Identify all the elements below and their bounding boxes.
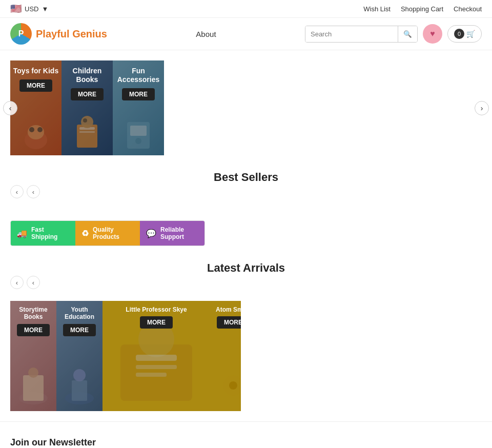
category-more-accessories[interactable]: MORE bbox=[122, 88, 155, 100]
category-card-accessories: Fun Accessories MORE bbox=[113, 60, 164, 155]
best-sellers-title: Best Sellers bbox=[10, 171, 482, 184]
category-section: ‹ Toys for Kids MORE bbox=[10, 60, 482, 155]
cart-count: 0 bbox=[454, 29, 464, 39]
category-title-books: Children Books bbox=[61, 67, 113, 84]
best-sellers-next[interactable]: ‹ bbox=[27, 185, 40, 198]
cart-icon: 🛒 bbox=[466, 30, 475, 38]
header: Playful Genius About 🔍 ♥ 0 🛒 bbox=[0, 18, 492, 50]
latest-arrivals-title: Latest Arrivals bbox=[10, 261, 482, 275]
category-more-books[interactable]: MORE bbox=[71, 88, 104, 100]
atom-more[interactable]: MORE bbox=[217, 316, 241, 329]
storytime-overlay: Storytime Books MORE bbox=[10, 301, 56, 411]
quality-label: Quality Products bbox=[93, 226, 134, 240]
flag-icon: 🇺🇸 bbox=[10, 3, 22, 14]
category-title-accessories: Fun Accessories bbox=[113, 67, 164, 84]
category-prev-arrow[interactable]: ‹ bbox=[3, 101, 17, 115]
search-button[interactable]: 🔍 bbox=[398, 26, 417, 42]
atom-overlay: Atom Smart MORE bbox=[210, 301, 241, 411]
latest-slider-container: Storytime Books MORE Youth Education bbox=[10, 301, 482, 411]
search-box: 🔍 bbox=[305, 26, 418, 43]
topbar: 🇺🇸 USD ▼ Wish List Shopping Cart Checkou… bbox=[0, 0, 492, 18]
main-content: ‹ Toys for Kids MORE bbox=[0, 50, 492, 421]
search-icon: 🔍 bbox=[403, 30, 412, 38]
truck-icon: 🚚 bbox=[17, 229, 27, 238]
latest-card-storytime: Storytime Books MORE bbox=[10, 301, 56, 411]
support-label: Reliable Support bbox=[160, 226, 198, 240]
latest-card-youth: Youth Education MORE bbox=[56, 301, 102, 411]
chat-icon: 💬 bbox=[146, 229, 156, 238]
category-overlay-accessories: Fun Accessories MORE bbox=[113, 60, 164, 155]
feature-quality: ♻ Quality Products bbox=[75, 221, 140, 246]
category-slider: Toys for Kids MORE Children Books bbox=[10, 60, 164, 155]
shopping-cart-link[interactable]: Shopping Cart bbox=[401, 5, 443, 13]
professor-overlay: Little Professor Skye MORE bbox=[102, 301, 210, 411]
newsletter-section: Join our Newsletter SUBSCRIBE bbox=[0, 421, 492, 448]
logo[interactable]: Playful Genius bbox=[10, 23, 107, 45]
latest-card-professor: Little Professor Skye MORE bbox=[102, 301, 210, 411]
youth-title: Youth Education bbox=[56, 306, 102, 321]
category-card-toys: Toys for Kids MORE bbox=[10, 60, 61, 155]
header-right: 🔍 ♥ 0 🛒 bbox=[305, 24, 482, 44]
dropdown-icon: ▼ bbox=[42, 5, 48, 13]
category-overlay-books: Children Books MORE bbox=[61, 60, 113, 155]
category-overlay-toys: Toys for Kids MORE bbox=[10, 60, 61, 155]
features-bar: 🚚 Fast Shipping ♻ Quality Products 💬 Rel… bbox=[10, 220, 205, 246]
latest-next[interactable]: ‹ bbox=[27, 276, 40, 289]
category-next-arrow[interactable]: › bbox=[475, 101, 489, 115]
feature-fast-shipping: 🚚 Fast Shipping bbox=[11, 221, 75, 246]
latest-arrows: ‹ ‹ bbox=[10, 282, 482, 296]
professor-title: Little Professor Skye bbox=[124, 306, 189, 313]
latest-arrivals-section: Latest Arrivals ‹ ‹ Storytime Books bbox=[10, 261, 482, 411]
latest-prev[interactable]: ‹ bbox=[10, 276, 24, 289]
youth-overlay: Youth Education MORE bbox=[56, 301, 102, 411]
category-card-books: Children Books MORE bbox=[61, 60, 113, 155]
storytime-more[interactable]: MORE bbox=[17, 324, 50, 336]
storytime-title: Storytime Books bbox=[10, 306, 56, 321]
wishlist-link[interactable]: Wish List bbox=[363, 5, 391, 13]
checkout-link[interactable]: Checkout bbox=[454, 5, 482, 13]
search-input[interactable] bbox=[305, 26, 398, 42]
logo-text: Playful Genius bbox=[36, 28, 107, 40]
newsletter-title: Join our Newsletter bbox=[10, 437, 482, 448]
category-title-toys: Toys for Kids bbox=[11, 67, 61, 75]
heart-icon: ♥ bbox=[430, 29, 435, 38]
category-more-toys[interactable]: MORE bbox=[19, 79, 52, 92]
latest-card-atom: Atom Smart MORE bbox=[210, 301, 241, 411]
feature-support: 💬 Reliable Support bbox=[140, 221, 204, 246]
youth-more[interactable]: MORE bbox=[63, 324, 96, 336]
atom-title: Atom Smart bbox=[214, 306, 241, 313]
latest-slider: Storytime Books MORE Youth Education bbox=[10, 301, 241, 411]
nav-about[interactable]: About bbox=[196, 30, 216, 38]
topbar-links: Wish List Shopping Cart Checkout bbox=[363, 5, 482, 13]
professor-more[interactable]: MORE bbox=[140, 316, 173, 329]
currency-label: USD bbox=[25, 5, 38, 13]
header-nav: About bbox=[196, 30, 216, 38]
fast-shipping-label: Fast Shipping bbox=[31, 226, 69, 240]
best-sellers-section: Best Sellers ‹ ‹ bbox=[10, 171, 482, 205]
currency-selector[interactable]: 🇺🇸 USD ▼ bbox=[10, 3, 48, 14]
wishlist-button[interactable]: ♥ bbox=[423, 24, 442, 44]
recycle-icon: ♻ bbox=[81, 229, 89, 238]
cart-button[interactable]: 0 🛒 bbox=[447, 25, 482, 43]
best-sellers-prev[interactable]: ‹ bbox=[10, 185, 24, 198]
logo-icon bbox=[10, 23, 32, 45]
best-sellers-arrows: ‹ ‹ bbox=[10, 192, 482, 205]
